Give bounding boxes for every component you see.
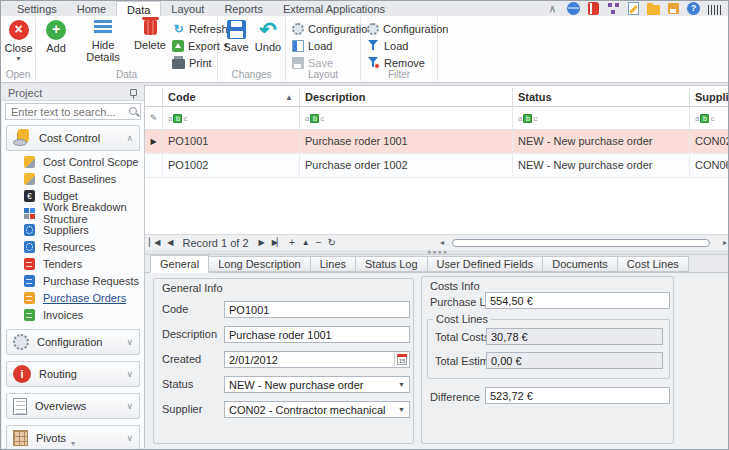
scroll-down-hint-icon[interactable]: ▾ — [2, 440, 144, 447]
difference-input[interactable] — [486, 388, 669, 403]
total-costs-input[interactable] — [487, 329, 662, 344]
network-icon[interactable] — [607, 2, 620, 15]
ribbon-tab-reports[interactable]: Reports — [214, 1, 273, 16]
cell-supplier[interactable]: CON06 - — [690, 154, 729, 178]
add-button[interactable]: + Add — [39, 20, 73, 54]
book-icon[interactable] — [588, 2, 599, 15]
total-costs-field[interactable] — [486, 328, 663, 345]
filter-load-button[interactable]: Load — [367, 38, 408, 53]
tab-status-log[interactable]: Status Log — [356, 256, 428, 272]
description-input[interactable] — [225, 327, 409, 342]
hscroll-left-arrow[interactable]: ◂ — [440, 238, 444, 247]
sidebar-item-suppliers[interactable]: Suppliers — [10, 221, 142, 238]
edit-document-icon[interactable] — [628, 2, 639, 15]
sidebar-group-configuration[interactable]: Configuration ∨ — [6, 329, 140, 355]
total-estimate-field[interactable] — [486, 352, 663, 369]
column-header-supplier[interactable]: Supplier — [690, 88, 729, 107]
cell-description[interactable]: Purchase order 1002 — [300, 154, 513, 178]
pin-icon[interactable] — [130, 89, 137, 96]
folder-icon[interactable] — [647, 5, 660, 15]
collapse-ribbon-icon[interactable]: ∧ — [546, 2, 559, 15]
ribbon-tab-home[interactable]: Home — [67, 1, 116, 16]
help-icon[interactable]: ? — [687, 2, 700, 15]
ribbon-tab-data[interactable]: Data — [116, 1, 161, 16]
contains-filter-icon[interactable]: abc — [305, 114, 324, 123]
supplier-input[interactable] — [225, 402, 393, 417]
nav-append-button[interactable]: + — [286, 237, 298, 248]
sidebar-item-invoices[interactable]: Invoices — [10, 306, 142, 323]
created-input[interactable] — [225, 352, 393, 367]
tab-user-defined-fields[interactable]: User Defined Fields — [428, 256, 544, 272]
filter-remove-button[interactable]: Remove — [367, 55, 425, 70]
nav-first-button[interactable]: ▏◀ — [145, 238, 163, 247]
column-header-description[interactable]: Description — [300, 88, 513, 107]
layout-load-button[interactable]: Load — [292, 38, 332, 53]
status-input[interactable] — [225, 377, 393, 392]
sidebar-group-routing[interactable]: i Routing ∨ — [6, 361, 140, 387]
filter-cell-description[interactable]: abc — [300, 107, 513, 130]
calendar-button[interactable]: 15 — [394, 353, 408, 366]
sidebar-item-tenders[interactable]: Tenders — [10, 255, 142, 272]
filter-cell-code[interactable]: abc — [163, 107, 300, 130]
nav-previous-button[interactable]: ◀ — [163, 238, 176, 247]
close-button[interactable]: × Close ▾ — [1, 20, 36, 63]
supplier-dropdown[interactable]: ▼ — [224, 401, 410, 418]
globe-icon[interactable] — [567, 2, 580, 15]
print-button[interactable]: Print — [172, 55, 212, 70]
save-button[interactable]: Save — [220, 20, 252, 53]
nav-edit-button[interactable]: ▲ — [298, 238, 313, 247]
tab-documents[interactable]: Documents — [543, 256, 618, 272]
nav-cancel-edit-button[interactable]: ↻ — [325, 237, 339, 248]
description-field[interactable] — [224, 326, 410, 343]
contains-filter-icon[interactable]: abc — [695, 114, 714, 123]
hide-details-button[interactable]: Hide Details — [74, 20, 132, 63]
undo-button[interactable]: ↶ Undo — [252, 20, 284, 53]
column-header-code[interactable]: Code ▲ — [163, 88, 300, 107]
total-estimate-input[interactable] — [487, 353, 662, 368]
barcode-icon[interactable] — [708, 5, 722, 15]
sidebar-item-purchase-orders[interactable]: Purchase Orders — [10, 289, 142, 306]
cell-status[interactable]: NEW - New purchase order — [513, 130, 690, 154]
sidebar-item-purchase-requests[interactable]: Purchase Requests — [10, 272, 142, 289]
code-field[interactable] — [224, 301, 410, 318]
sidebar-group-overviews[interactable]: Overviews ∨ — [6, 393, 140, 419]
purchase-lines-field[interactable] — [485, 292, 670, 309]
layout-save-button[interactable]: Save — [292, 55, 333, 70]
sidebar-item-cost-control-scope[interactable]: Cost Control Scope — [10, 153, 142, 170]
sidebar-group-cost-control[interactable]: Cost Control ∧ — [6, 125, 140, 151]
delete-button[interactable]: Delete — [132, 20, 168, 51]
tab-general[interactable]: General — [150, 255, 209, 273]
purchase-lines-input[interactable] — [486, 293, 669, 308]
contains-filter-icon[interactable]: abc — [518, 114, 537, 123]
sidebar-item-work-breakdown-structure[interactable]: Work Breakdown Structure — [10, 204, 142, 221]
nav-next-button[interactable]: ▶ — [255, 238, 268, 247]
ribbon-tab-settings[interactable]: Settings — [7, 1, 67, 16]
column-header-status[interactable]: Status — [513, 88, 690, 107]
search-icon[interactable] — [129, 107, 137, 115]
cell-code[interactable]: PO1001 — [163, 130, 300, 154]
difference-field[interactable] — [485, 387, 670, 404]
cell-status[interactable]: NEW - New purchase order — [513, 154, 690, 178]
status-dropdown[interactable]: ▼ — [224, 376, 410, 393]
hscroll-thumb[interactable] — [452, 239, 710, 247]
tab-long-description[interactable]: Long Description — [209, 256, 311, 272]
dropdown-arrow-icon[interactable]: ▼ — [394, 402, 409, 417]
code-input[interactable] — [225, 302, 409, 317]
tab-cost-lines[interactable]: Cost Lines — [618, 256, 689, 272]
horizontal-scrollbar[interactable] — [450, 239, 716, 247]
cell-description[interactable]: Purchase roder 1001 — [300, 130, 513, 154]
nav-delete-button[interactable]: − — [313, 237, 325, 248]
hscroll-right-arrow[interactable]: ▸ — [723, 238, 727, 247]
sidebar-item-cost-baselines[interactable]: Cost Baselines — [10, 170, 142, 187]
ribbon-tab-external-applications[interactable]: External Applications — [273, 1, 395, 16]
save-as-icon[interactable] — [668, 3, 679, 14]
nav-last-button[interactable]: ▶▏ — [268, 238, 286, 247]
filter-configuration-button[interactable]: Configuration — [367, 21, 448, 36]
filter-cell-status[interactable]: abc — [513, 107, 690, 130]
tab-lines[interactable]: Lines — [311, 256, 356, 272]
created-field[interactable]: 15 — [224, 351, 410, 368]
sidebar-item-resources[interactable]: Resources — [10, 238, 142, 255]
cell-code[interactable]: PO1002 — [163, 154, 300, 178]
filter-cell-supplier[interactable]: abc — [690, 107, 729, 130]
contains-filter-icon[interactable]: abc — [168, 114, 187, 123]
